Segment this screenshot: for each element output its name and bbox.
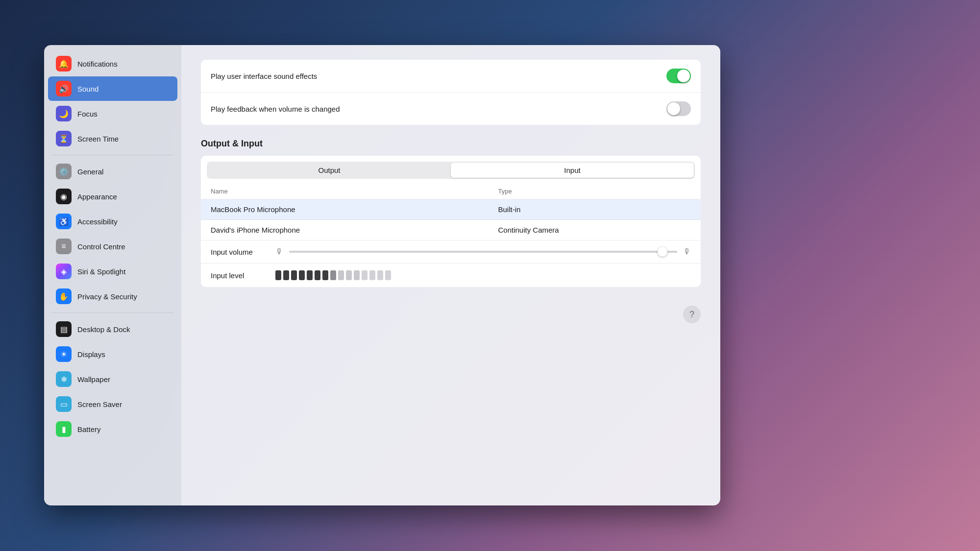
- tab-output[interactable]: Output: [208, 163, 451, 178]
- volume-slider-track: [289, 251, 677, 253]
- sidebar-item-appearance[interactable]: ◉Appearance: [48, 184, 177, 209]
- col-type-header: Type: [488, 184, 701, 199]
- sidebar-label-wallpaper: Wallpaper: [77, 375, 110, 383]
- device-type: Built-in: [488, 199, 701, 220]
- main-content: Play user interface sound effects Play f…: [181, 45, 720, 505]
- device-name: MacBook Pro Microphone: [201, 199, 488, 220]
- sound-toggles-group: Play user interface sound effects Play f…: [201, 60, 701, 125]
- level-bars: [275, 270, 691, 280]
- siri-icon: ◈: [56, 264, 72, 279]
- sidebar-item-accessibility[interactable]: ♿Accessibility: [48, 209, 177, 234]
- sidebar-item-wallpaper[interactable]: ❄Wallpaper: [48, 367, 177, 391]
- level-bar: [307, 270, 313, 280]
- sidebar-label-appearance: Appearance: [77, 192, 117, 201]
- level-bar: [322, 270, 328, 280]
- play-ui-sounds-row: Play user interface sound effects: [201, 60, 701, 92]
- device-name: David's iPhone Microphone: [201, 220, 488, 240]
- sidebar-label-focus: Focus: [77, 110, 98, 118]
- input-volume-row: Input volume 🎙 🎙: [211, 247, 691, 256]
- input-volume-section: Input volume 🎙 🎙: [201, 240, 701, 263]
- sidebar-label-controlcentre: Control Centre: [77, 242, 125, 251]
- level-bar: [299, 270, 305, 280]
- accessibility-icon: ♿: [56, 214, 72, 229]
- input-level-label: Input level: [211, 271, 270, 280]
- sidebar-item-controlcentre[interactable]: ≡Control Centre: [48, 234, 177, 259]
- play-feedback-row: Play feedback when volume is changed: [201, 92, 701, 125]
- displays-icon: ☀: [56, 346, 72, 362]
- sidebar: 🔔Notifications🔊Sound🌙Focus⏳Screen Time⚙️…: [44, 45, 181, 505]
- appearance-icon: ◉: [56, 189, 72, 204]
- battery-icon: ▮: [56, 421, 72, 437]
- sidebar-label-siri: Siri & Spotlight: [77, 267, 125, 276]
- sidebar-item-privacy[interactable]: ✋Privacy & Security: [48, 284, 177, 309]
- sidebar-label-notifications: Notifications: [77, 60, 118, 68]
- sidebar-divider-2: [52, 312, 173, 313]
- level-bar: [354, 270, 360, 280]
- sidebar-label-accessibility: Accessibility: [77, 217, 118, 226]
- input-level-row: Input level: [211, 270, 691, 280]
- play-ui-sounds-toggle[interactable]: [666, 69, 691, 83]
- level-bar: [377, 270, 383, 280]
- sidebar-label-screentime: Screen Time: [77, 135, 119, 143]
- volume-slider-thumb: [658, 247, 667, 257]
- sidebar-label-general: General: [77, 168, 103, 176]
- section-title: Output & Input: [201, 139, 701, 149]
- mic-small-icon: 🎙: [275, 247, 283, 256]
- mic-large-icon: 🎙: [683, 247, 691, 256]
- input-level-section: Input level: [201, 263, 701, 287]
- sound-icon: 🔊: [56, 81, 72, 96]
- play-ui-sounds-label: Play user interface sound effects: [211, 72, 317, 80]
- level-bar: [291, 270, 297, 280]
- sidebar-item-screentime[interactable]: ⏳Screen Time: [48, 126, 177, 151]
- controlcentre-icon: ≡: [56, 239, 72, 254]
- desktop-icon: ▤: [56, 321, 72, 337]
- segmented-control: Output Input: [207, 162, 695, 179]
- screentime-icon: ⏳: [56, 131, 72, 146]
- play-feedback-label: Play feedback when volume is changed: [211, 105, 340, 113]
- sidebar-item-displays[interactable]: ☀Displays: [48, 342, 177, 366]
- level-bar: [315, 270, 320, 280]
- level-bar: [369, 270, 375, 280]
- level-bar: [330, 270, 336, 280]
- level-bar: [385, 270, 391, 280]
- sidebar-label-sound: Sound: [77, 85, 98, 93]
- sidebar-item-siri[interactable]: ◈Siri & Spotlight: [48, 259, 177, 284]
- table-row[interactable]: MacBook Pro MicrophoneBuilt-in: [201, 199, 701, 220]
- sidebar-item-sound[interactable]: 🔊Sound: [48, 76, 177, 101]
- level-bar: [346, 270, 352, 280]
- device-table: Name Type MacBook Pro MicrophoneBuilt-in…: [201, 184, 701, 240]
- notifications-icon: 🔔: [56, 56, 72, 72]
- level-bar: [338, 270, 344, 280]
- input-volume-slider[interactable]: [289, 251, 677, 253]
- input-volume-label: Input volume: [211, 248, 270, 256]
- level-bar: [362, 270, 368, 280]
- sidebar-item-desktop[interactable]: ▤Desktop & Dock: [48, 317, 177, 341]
- sidebar-label-desktop: Desktop & Dock: [77, 325, 130, 334]
- device-type: Continuity Camera: [488, 220, 701, 240]
- tab-input[interactable]: Input: [451, 163, 694, 178]
- sidebar-item-focus[interactable]: 🌙Focus: [48, 101, 177, 126]
- sidebar-label-screensaver: Screen Saver: [77, 400, 122, 408]
- wallpaper-icon: ❄: [56, 371, 72, 387]
- general-icon: ⚙️: [56, 164, 72, 179]
- sidebar-label-battery: Battery: [77, 425, 101, 433]
- sidebar-divider-1: [52, 155, 173, 155]
- sidebar-item-battery[interactable]: ▮Battery: [48, 417, 177, 441]
- screensaver-icon: ▭: [56, 396, 72, 412]
- level-bar: [275, 270, 281, 280]
- play-feedback-toggle[interactable]: [666, 101, 691, 116]
- sidebar-item-notifications[interactable]: 🔔Notifications: [48, 51, 177, 76]
- col-name-header: Name: [201, 184, 488, 199]
- table-row[interactable]: David's iPhone MicrophoneContinuity Came…: [201, 220, 701, 240]
- toggle-knob-2: [667, 102, 680, 115]
- sidebar-item-screensaver[interactable]: ▭Screen Saver: [48, 392, 177, 416]
- sidebar-item-general[interactable]: ⚙️General: [48, 159, 177, 184]
- sidebar-label-privacy: Privacy & Security: [77, 292, 137, 301]
- help-button[interactable]: ?: [683, 306, 701, 323]
- privacy-icon: ✋: [56, 288, 72, 304]
- sidebar-label-displays: Displays: [77, 350, 105, 359]
- level-bar: [283, 270, 289, 280]
- output-input-panel: Output Input Name Type MacBook Pro Micro…: [201, 156, 701, 287]
- toggle-knob: [677, 70, 690, 82]
- focus-icon: 🌙: [56, 106, 72, 121]
